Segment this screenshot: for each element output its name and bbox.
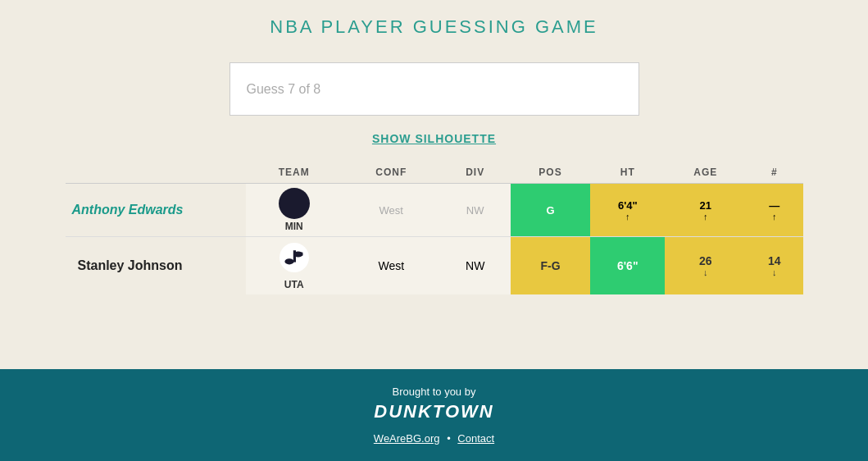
col-header-team: TEAM xyxy=(246,162,343,184)
footer-links: WeAreBG.org • Contact xyxy=(16,432,852,445)
team-logo-stanley xyxy=(278,241,311,274)
team-cell-stanley: UTA xyxy=(246,237,343,294)
guess-input-box[interactable]: Guess 7 of 8 xyxy=(229,62,639,116)
team-abbr-stanley: UTA xyxy=(250,279,339,290)
div-cell-stanley: NW xyxy=(440,237,511,294)
div-cell-ae: NW xyxy=(440,184,511,237)
col-header-ht: HT xyxy=(590,162,665,184)
age-cell-ae: 21 ↑ xyxy=(665,184,746,237)
age-cell-stanley: 26 ↓ xyxy=(665,237,746,294)
age-value-stanley: 26 xyxy=(699,254,712,267)
footer-link-contact[interactable]: Contact xyxy=(457,432,494,445)
svg-point-1 xyxy=(284,258,293,264)
footer-link-wearebg[interactable]: WeAreBG.org xyxy=(374,432,440,445)
ht-value-stanley: 6'6" xyxy=(617,259,639,272)
col-header-conf: CONF xyxy=(343,162,440,184)
conf-cell-stanley: West xyxy=(343,237,440,294)
team-cell-ae: MIN xyxy=(246,184,343,237)
num-cell-stanley: 14 ↓ xyxy=(746,237,802,294)
footer-dunktown: DUNKTOWN xyxy=(16,401,852,422)
age-arrow-stanley: ↓ xyxy=(671,267,739,277)
page-title: NBA PLAYER GUESSING GAME xyxy=(270,16,598,38)
ht-cell-ae: 6'4" ↑ xyxy=(590,184,665,237)
col-header-div: DIV xyxy=(440,162,511,184)
footer: Brought to you by DUNKTOWN WeAreBG.org •… xyxy=(0,369,868,461)
conf-cell-ae: West xyxy=(343,184,440,237)
pos-cell-stanley: F-G xyxy=(511,237,590,294)
num-value-stanley: 14 xyxy=(768,254,781,267)
age-arrow-ae: ↑ xyxy=(671,212,739,221)
show-silhouette-link[interactable]: SHOW SILHOUETTE xyxy=(372,132,496,145)
team-logo-ae xyxy=(279,188,310,219)
table-row: Anthony Edwards MIN West NW G 6'4" ↑ 21 … xyxy=(66,184,803,237)
guess-table: TEAM CONF DIV POS HT AGE # Anthony Edwar… xyxy=(66,162,803,294)
col-header-age: AGE xyxy=(665,162,746,184)
footer-brought-text: Brought to you by xyxy=(16,386,852,398)
svg-rect-4 xyxy=(300,253,302,256)
num-arrow-ae: ↑ xyxy=(752,212,796,221)
col-header-num: # xyxy=(746,162,802,184)
pos-cell-ae: G xyxy=(511,184,590,237)
team-abbr-ae: MIN xyxy=(252,221,337,232)
player-name-stanley: Stanley Johnson xyxy=(66,237,246,294)
col-header-pos: POS xyxy=(511,162,590,184)
table-row: Stanley Johnson UTA West xyxy=(66,237,803,294)
col-header-name xyxy=(66,162,246,184)
num-arrow-stanley: ↓ xyxy=(752,267,796,277)
ht-cell-stanley: 6'6" xyxy=(590,237,665,294)
main-content: NBA PLAYER GUESSING GAME Guess 7 of 8 SH… xyxy=(0,0,868,369)
player-name: Anthony Edwards xyxy=(66,184,246,237)
num-cell-ae: — ↑ xyxy=(746,184,802,237)
guess-placeholder: Guess 7 of 8 xyxy=(247,82,321,97)
table-header-row: TEAM CONF DIV POS HT AGE # xyxy=(66,162,803,184)
footer-dot: • xyxy=(447,432,451,445)
guess-table-wrapper: TEAM CONF DIV POS HT AGE # Anthony Edwar… xyxy=(66,162,803,294)
ht-arrow-ae: ↑ xyxy=(597,212,658,221)
